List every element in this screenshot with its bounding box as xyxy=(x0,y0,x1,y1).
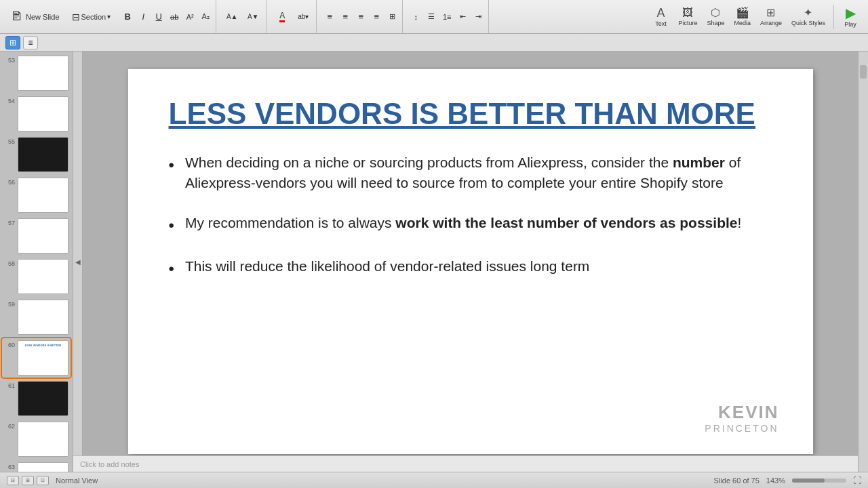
text-tool-button[interactable]: A Text xyxy=(648,3,673,31)
slide-item-56[interactable]: 56 xyxy=(3,176,70,214)
slide-canvas[interactable]: LESS VENDORS IS BETTER THAN MORE • When … xyxy=(128,69,813,454)
slide-item-62[interactable]: 62 xyxy=(3,420,70,458)
media-icon: 🎬 xyxy=(736,7,749,18)
main-content-area: 5354555657585960LESS VENDORS IS BETTER61… xyxy=(0,52,868,472)
list-view-button[interactable]: ≡ xyxy=(23,36,38,49)
slide-thumb-inner-62 xyxy=(18,422,68,456)
arrange-tool-button[interactable]: ⊞ Arrange xyxy=(756,3,786,31)
superscript-button[interactable]: A² xyxy=(182,9,197,24)
picture-tool-button[interactable]: 🖼 Picture xyxy=(674,3,701,31)
align-center-button[interactable]: ≡ xyxy=(338,9,353,24)
slide-thumb-title-60: LESS VENDORS IS BETTER xyxy=(20,342,66,348)
justify-button[interactable]: ≡ xyxy=(369,9,384,24)
bullet-dot-3: • xyxy=(169,258,174,281)
slide-thumb-inner-58 xyxy=(18,260,68,293)
quick-styles-button[interactable]: ✦ Quick Styles xyxy=(787,3,829,31)
italic-button[interactable]: I xyxy=(136,9,151,24)
list-button[interactable]: ☰ xyxy=(424,9,439,24)
slide-item-54[interactable]: 54 xyxy=(3,95,70,133)
font-size-increase[interactable]: A▲ xyxy=(222,9,242,24)
slide-number-53: 53 xyxy=(4,56,15,64)
slide-thumb-inner-55 xyxy=(18,138,68,171)
section-icon: ⊟ xyxy=(72,12,80,22)
play-button[interactable]: ▶ Play xyxy=(838,3,863,31)
text-color-group: A ab▾ xyxy=(269,0,317,33)
panel-collapse-handle[interactable]: ◀ xyxy=(73,52,83,472)
increase-indent-button[interactable]: ⇥ xyxy=(471,9,486,24)
status-presenter-view-icon[interactable]: ⊡ xyxy=(37,476,49,485)
slide-title: LESS VENDORS IS BETTER THAN MORE xyxy=(169,96,772,132)
slide-number-57: 57 xyxy=(4,218,15,226)
align-right-button[interactable]: ≡ xyxy=(353,9,368,24)
section-dropdown-arrow: ▾ xyxy=(107,13,111,20)
main-toolbar: 🖹 New Slide ⊟ Section ▾ B I U ab A² A₂ A… xyxy=(0,0,868,34)
shape-icon: ⬡ xyxy=(711,7,720,18)
slide-item-58[interactable]: 58 xyxy=(3,258,70,296)
numbered-list-button[interactable]: 1≡ xyxy=(439,9,454,24)
zoom-slider[interactable] xyxy=(792,479,846,483)
slide-thumb-54 xyxy=(18,96,68,131)
slide-thumb-inner-53 xyxy=(18,56,68,90)
status-grid-view-icon[interactable]: ⊞ xyxy=(22,476,34,485)
expand-icon[interactable]: ⛶ xyxy=(853,476,861,485)
line-spacing-button[interactable]: ↕ xyxy=(408,9,423,24)
slide-number-59: 59 xyxy=(4,300,15,308)
slide-thumb-58 xyxy=(18,259,68,294)
slide-number-55: 55 xyxy=(4,137,15,145)
slide-thumb-59 xyxy=(18,300,68,335)
notes-area[interactable]: Click to add notes xyxy=(73,455,858,472)
strikethrough-button[interactable]: ab xyxy=(167,9,182,24)
logo-name: KEVIN xyxy=(705,402,778,423)
right-scrollbar[interactable] xyxy=(858,52,868,472)
font-size-decrease[interactable]: A▼ xyxy=(243,9,263,24)
bold-button[interactable]: B xyxy=(120,9,135,24)
decrease-indent-button[interactable]: ⇤ xyxy=(455,9,470,24)
status-view-icons: ⊟ ⊞ ⊡ xyxy=(7,476,49,485)
notes-placeholder: Click to add notes xyxy=(80,460,139,468)
columns-button[interactable]: ⊞ xyxy=(384,9,399,24)
slide-number-60: 60 xyxy=(4,340,15,348)
underline-button[interactable]: U xyxy=(151,9,166,24)
bullet-dot-2: • xyxy=(169,214,174,238)
new-slide-button[interactable]: 🖹 New Slide xyxy=(5,3,65,31)
subscript-button[interactable]: A₂ xyxy=(198,9,213,24)
status-normal-view-icon[interactable]: ⊟ xyxy=(7,476,19,485)
slide-item-63[interactable]: 63 xyxy=(3,461,70,472)
slide-item-57[interactable]: 57 xyxy=(3,217,70,255)
slide-item-61[interactable]: 61 xyxy=(3,380,70,418)
grid-view-icon: ⊞ xyxy=(9,38,16,47)
bullet-text-3: This will reduce the likelihood of vendo… xyxy=(185,256,589,277)
picture-icon: 🖼 xyxy=(682,7,693,18)
status-bar: ⊟ ⊞ ⊡ Normal View Slide 60 of 75 143% ⛶ xyxy=(0,472,868,488)
section-button[interactable]: ⊟ Section ▾ xyxy=(68,3,115,31)
shape-tool-button[interactable]: ⬡ Shape xyxy=(703,3,728,31)
grid-view-button[interactable]: ⊞ xyxy=(5,36,20,49)
slide-thumb-63 xyxy=(18,462,68,472)
media-tool-button[interactable]: 🎬 Media xyxy=(730,3,755,31)
slide-thumb-inner-63 xyxy=(18,463,68,472)
zoom-percent: 143% xyxy=(766,476,785,485)
slide-bullet-2: • My recommendation is to always work wi… xyxy=(169,213,772,238)
align-left-button[interactable]: ≡ xyxy=(322,9,337,24)
separator xyxy=(833,5,834,29)
slide-item-55[interactable]: 55 xyxy=(3,136,70,174)
bullet-dot-1: • xyxy=(169,154,174,178)
section-label: Section xyxy=(81,13,106,21)
slide-item-59[interactable]: 59 xyxy=(3,298,70,336)
font-color-button[interactable]: A xyxy=(272,9,292,24)
slide-item-53[interactable]: 53 xyxy=(3,54,70,92)
text-highlight-button[interactable]: ab▾ xyxy=(293,9,313,24)
slide-item-60[interactable]: 60LESS VENDORS IS BETTER xyxy=(3,339,70,377)
slide-thumb-60: LESS VENDORS IS BETTER xyxy=(18,340,68,375)
alignment-group: ≡ ≡ ≡ ≡ ⊞ xyxy=(319,0,403,33)
arrange-icon: ⊞ xyxy=(766,7,775,18)
slide-number-56: 56 xyxy=(4,178,15,186)
slide-info: Slide 60 of 75 xyxy=(714,476,760,485)
slide-thumb-53 xyxy=(18,56,68,91)
list-view-icon: ≡ xyxy=(28,38,33,47)
canvas-area: LESS VENDORS IS BETTER THAN MORE • When … xyxy=(83,52,858,472)
slide-thumb-inner-61 xyxy=(18,382,68,415)
view-controls-bar: ⊞ ≡ xyxy=(0,34,868,52)
logo-subtitle: PRINCETON xyxy=(705,423,778,434)
quick-styles-icon: ✦ xyxy=(804,7,812,18)
